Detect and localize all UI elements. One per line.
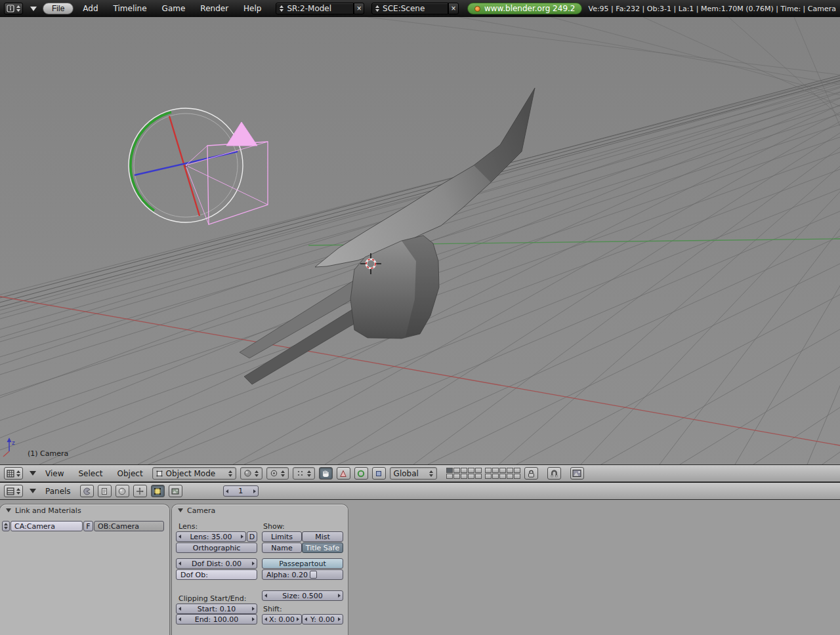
pivot-selector[interactable] (266, 467, 289, 480)
layer-toggle[interactable] (475, 468, 482, 473)
buttons-editor-type-button[interactable] (4, 485, 23, 497)
layer-toggle[interactable] (446, 468, 453, 473)
layer-toggle[interactable] (514, 474, 520, 479)
layer-toggle[interactable] (453, 474, 460, 479)
rotate-manipulator-button[interactable] (354, 467, 368, 480)
file-menu-button[interactable]: File (43, 3, 74, 14)
shift-y-increment-icon[interactable] (338, 617, 341, 621)
scene-close-button[interactable]: × (448, 3, 459, 14)
header-collapse-icon[interactable] (30, 471, 36, 476)
editing-context-button[interactable] (151, 485, 165, 497)
orientation-selector[interactable]: Global (390, 467, 437, 480)
dof-increment-icon[interactable] (252, 562, 255, 565)
layer-toggle[interactable] (507, 474, 513, 479)
lock-view-button[interactable] (524, 467, 538, 480)
panels-menu[interactable]: Panels (40, 487, 76, 496)
clip-start-field[interactable]: Start: 0.10 (176, 604, 257, 614)
link-panel-header[interactable]: Link and Materials (0, 504, 169, 516)
layer-toggle[interactable] (461, 474, 467, 479)
clip-end-field[interactable]: End: 100.00 (176, 614, 257, 625)
passepartout-toggle[interactable]: Passepartout (262, 558, 343, 569)
mist-toggle[interactable]: Mist (302, 531, 343, 542)
proportional-edit-selector[interactable] (293, 467, 315, 480)
size-increment-icon[interactable] (338, 594, 341, 598)
dof-object-field[interactable]: Dof Ob: (176, 569, 257, 580)
translate-manipulator-button[interactable] (337, 467, 350, 480)
orthographic-toggle[interactable]: Orthographic (176, 543, 257, 553)
object-name-field[interactable]: OB:Camera (94, 521, 164, 531)
layer-toggle[interactable] (499, 468, 506, 473)
camera-datablock-name-field[interactable]: CA:Camera (10, 521, 83, 531)
camera-panel-header[interactable]: Camera (172, 504, 348, 516)
layer-toggle[interactable] (453, 468, 460, 473)
layer-toggle[interactable] (485, 468, 492, 473)
window-type-button[interactable] (4, 3, 23, 14)
clip-start-decrement-icon[interactable] (178, 607, 181, 611)
name-toggle[interactable]: Name (262, 543, 302, 553)
shift-x-field[interactable]: X: 0.00 (262, 614, 302, 625)
draw-size-field[interactable]: Size: 0.500 (262, 590, 343, 601)
script-context-button[interactable] (98, 485, 112, 497)
shift-x-increment-icon[interactable] (297, 617, 299, 621)
layer-toggle[interactable] (468, 474, 474, 479)
manipulator-toggle-button[interactable] (319, 467, 333, 480)
buttons-collapse-icon[interactable] (30, 489, 36, 493)
alpha-slider-knob[interactable] (310, 571, 317, 579)
object-context-button[interactable] (133, 485, 147, 497)
layer-toggle[interactable] (461, 468, 467, 473)
shift-x-decrement-icon[interactable] (264, 617, 267, 621)
size-decrement-icon[interactable] (264, 594, 267, 598)
scene-context-button[interactable] (169, 485, 182, 497)
layer-toggle[interactable] (446, 474, 453, 479)
title-safe-toggle[interactable]: Title Safe (302, 543, 343, 553)
dof-decrement-icon[interactable] (178, 562, 181, 565)
frame-number-field[interactable]: 1 (223, 485, 259, 497)
menu-object[interactable]: Object (112, 469, 148, 478)
fake-user-button[interactable]: F (83, 521, 93, 531)
collapse-arrow-icon[interactable] (30, 7, 37, 11)
layer-toggle[interactable] (485, 474, 492, 479)
scale-manipulator-button[interactable] (372, 467, 386, 480)
layer-toggle[interactable] (492, 468, 499, 473)
snap-button[interactable] (547, 467, 561, 480)
mode-selector[interactable]: Object Mode (152, 467, 236, 480)
menu-select[interactable]: Select (73, 469, 108, 478)
lens-increment-icon[interactable] (241, 535, 243, 539)
layer-toggle[interactable] (499, 474, 506, 479)
layer-toggle[interactable] (468, 468, 474, 473)
camera-datablock-browse-button[interactable] (2, 521, 10, 531)
editor-type-button[interactable] (4, 467, 23, 480)
viewport-3d[interactable]: z (1) Camera (0, 17, 840, 464)
shift-y-field[interactable]: Y: 0.00 (302, 614, 343, 625)
menu-game[interactable]: Game (156, 4, 192, 13)
logic-context-button[interactable] (80, 485, 94, 497)
lens-slider[interactable]: Lens: 35.00 (176, 531, 246, 542)
shading-context-button[interactable] (116, 485, 129, 497)
draw-type-selector[interactable] (240, 467, 262, 480)
menu-timeline[interactable]: Timeline (108, 4, 153, 13)
render-preview-button[interactable] (570, 467, 584, 480)
limits-toggle[interactable]: Limits (262, 531, 302, 542)
screen-close-button[interactable]: × (354, 3, 364, 14)
blender-org-link[interactable]: www.blender.org 249.2 (467, 3, 583, 14)
menu-render[interactable]: Render (194, 4, 234, 13)
clip-start-increment-icon[interactable] (252, 607, 255, 611)
layer-toggle[interactable] (475, 474, 482, 479)
frame-decrement-icon[interactable] (226, 489, 228, 493)
clip-end-increment-icon[interactable] (252, 617, 255, 621)
dof-distance-slider[interactable]: Dof Dist: 0.00 (176, 558, 257, 569)
shift-y-decrement-icon[interactable] (304, 617, 307, 621)
screen-selector[interactable]: SR:2-Model (276, 3, 354, 14)
clip-end-decrement-icon[interactable] (178, 617, 181, 621)
menu-add[interactable]: Add (77, 4, 104, 13)
alpha-slider[interactable]: Alpha: 0.20 (262, 569, 343, 580)
menu-view[interactable]: View (40, 469, 69, 478)
layer-toggle[interactable] (492, 474, 499, 479)
lens-degrees-button[interactable]: D (247, 531, 257, 542)
layer-toggle[interactable] (514, 468, 520, 473)
scene-selector[interactable]: SCE:Scene (371, 3, 448, 14)
menu-help[interactable]: Help (238, 4, 267, 13)
layer-toggle[interactable] (507, 468, 513, 473)
frame-increment-icon[interactable] (253, 489, 256, 493)
lens-decrement-icon[interactable] (178, 535, 181, 539)
